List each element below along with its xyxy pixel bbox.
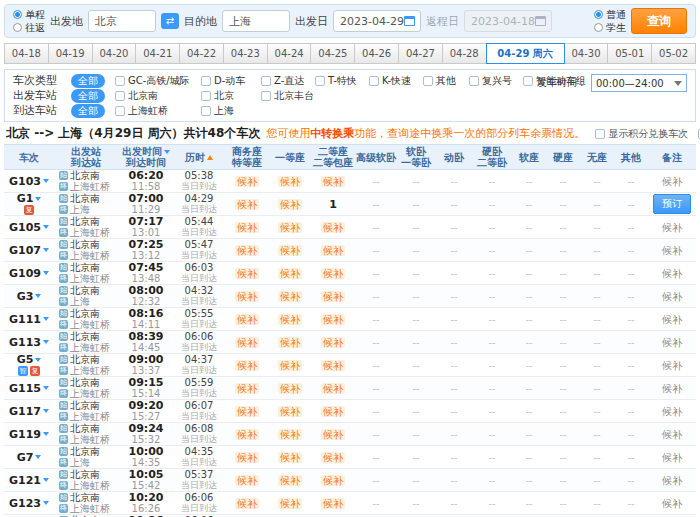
column-header[interactable]: 二等座二等包座 [310,145,356,170]
filter-option[interactable]: Z-直达 [261,74,315,88]
train-number[interactable]: G1 [4,193,54,204]
filter-option[interactable]: T-特快 [315,74,369,88]
train-number[interactable]: G103 [4,176,54,187]
column-header[interactable]: 出发时间到达时间 [118,145,174,170]
waitlist-link[interactable]: 候补 [235,360,259,371]
waitlist-remark[interactable]: 候补 [662,314,682,325]
waitlist-link[interactable]: 候补 [235,383,259,394]
column-header[interactable]: 动卧 [436,145,472,170]
train-number[interactable]: G113 [4,337,54,348]
train-number[interactable]: G119 [4,429,54,440]
date-tab-04-26[interactable]: 04-26 [354,43,399,64]
column-header[interactable]: 一等座 [270,145,310,170]
waitlist-link[interactable]: 候补 [278,406,302,417]
show-points-trains-toggle[interactable]: 显示积分兑换车次 [595,127,688,141]
date-tab-04-21[interactable]: 04-21 [135,43,180,64]
waitlist-remark[interactable]: 候补 [662,498,682,509]
depart-time-select[interactable]: 00:00—24:00 [591,74,687,92]
filter-option[interactable]: 北京 [201,89,261,103]
filter-option[interactable]: D-动车 [201,74,261,88]
waitlist-link[interactable]: 候补 [321,360,345,371]
waitlist-link[interactable]: 候补 [278,176,302,187]
column-header[interactable]: 硬卧二等卧 [472,145,512,170]
waitlist-link[interactable]: 候补 [321,245,345,256]
waitlist-link[interactable]: 候补 [278,245,302,256]
waitlist-link[interactable]: 候补 [278,199,302,210]
filter-option[interactable]: 北京南 [115,89,201,103]
waitlist-remark[interactable]: 候补 [662,452,682,463]
filter-all-badge[interactable]: 全部 [71,104,105,118]
waitlist-link[interactable]: 候补 [278,452,302,463]
column-header[interactable]: 硬座 [546,145,580,170]
train-number[interactable]: G123 [4,498,54,509]
waitlist-link[interactable]: 候补 [278,268,302,279]
depart-date-input[interactable]: 2023-04-29 [333,10,421,32]
date-tab-04-22[interactable]: 04-22 [179,43,224,64]
filter-option[interactable]: 上海 [201,104,261,118]
waitlist-link[interactable]: 候补 [278,429,302,440]
column-header[interactable]: 备注 [648,145,696,170]
waitlist-link[interactable]: 候补 [235,475,259,486]
column-header[interactable]: 车次 [4,145,54,170]
waitlist-link[interactable]: 候补 [321,452,345,463]
waitlist-link[interactable]: 候补 [278,360,302,371]
column-header[interactable]: 无座 [580,145,614,170]
waitlist-link[interactable]: 候补 [321,406,345,417]
date-tab-04-18[interactable]: 04-18 [4,43,49,64]
filter-all-badge[interactable]: 全部 [71,89,105,103]
waitlist-remark[interactable]: 候补 [662,406,682,417]
train-number[interactable]: G117 [4,406,54,417]
waitlist-link[interactable]: 候补 [278,475,302,486]
date-tab-04-24[interactable]: 04-24 [267,43,312,64]
date-tab-04-30[interactable]: 04-30 [564,43,609,64]
filter-option[interactable]: 上海虹桥 [115,104,201,118]
date-tab-05-01[interactable]: 05-01 [607,43,652,64]
date-tab-04-25[interactable]: 04-25 [310,43,355,64]
filter-option[interactable]: GC-高铁/城际 [115,74,201,88]
date-tab-04-27[interactable]: 04-27 [398,43,443,64]
waitlist-link[interactable]: 候补 [321,268,345,279]
waitlist-link[interactable]: 候补 [278,314,302,325]
waitlist-link[interactable]: 候补 [235,176,259,187]
filter-option[interactable]: K-快速 [369,74,423,88]
waitlist-remark[interactable]: 候补 [662,475,682,486]
waitlist-remark[interactable]: 候补 [662,429,682,440]
train-number[interactable]: G121 [4,475,54,486]
column-header[interactable]: 其他 [614,145,648,170]
date-tab-04-20[interactable]: 04-20 [92,43,137,64]
train-number[interactable]: G5 [4,354,54,365]
train-number[interactable]: G107 [4,245,54,256]
waitlist-link[interactable]: 候补 [235,268,259,279]
waitlist-remark[interactable]: 候补 [662,176,682,187]
waitlist-link[interactable]: 候补 [278,222,302,233]
waitlist-link[interactable]: 候补 [321,314,345,325]
waitlist-link[interactable]: 候补 [235,406,259,417]
train-number[interactable]: G3 [4,291,54,302]
waitlist-link[interactable]: 候补 [321,176,345,187]
date-tab-04-28[interactable]: 04-28 [442,43,487,64]
trip-oneway-radio[interactable]: 单程 [13,9,45,21]
train-number[interactable]: G7 [4,452,54,463]
waitlist-link[interactable]: 候补 [278,383,302,394]
waitlist-link[interactable]: 候补 [235,291,259,302]
column-header[interactable]: 历时 [174,145,224,170]
filter-option[interactable]: 复兴号 [469,74,523,88]
waitlist-link[interactable]: 候补 [235,199,259,210]
passenger-student-radio[interactable]: 学生 [594,22,626,34]
swap-stations-button[interactable]: ⇄ [161,13,179,29]
waitlist-link[interactable]: 候补 [235,452,259,463]
waitlist-link[interactable]: 候补 [278,498,302,509]
waitlist-remark[interactable]: 候补 [662,222,682,233]
train-number[interactable]: G115 [4,383,54,394]
from-input[interactable]: 北京 [88,10,156,32]
waitlist-link[interactable]: 候补 [235,337,259,348]
date-tab-04-19[interactable]: 04-19 [48,43,93,64]
train-number[interactable]: G111 [4,314,54,325]
waitlist-remark[interactable]: 候补 [662,383,682,394]
trip-round-radio[interactable]: 往返 [13,22,45,34]
date-tab-04-23[interactable]: 04-23 [223,43,268,64]
sort-desc-icon[interactable] [164,150,170,154]
waitlist-link[interactable]: 候补 [321,222,345,233]
column-header[interactable]: 出发站到达站 [54,145,118,170]
train-number[interactable]: G105 [4,222,54,233]
